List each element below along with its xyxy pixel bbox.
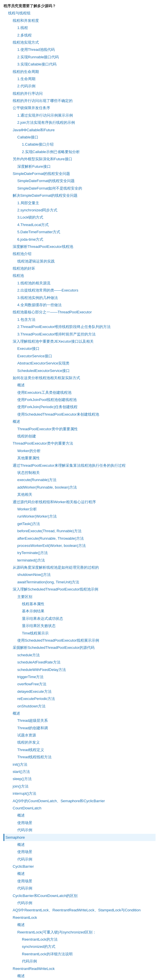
toc-item-5[interactable]: 线程池实现方式 (3, 39, 156, 46)
toc-item-21[interactable]: 另外内外模型实际演化和Future接口 (3, 155, 156, 162)
toc-item-127[interactable]: ReentrantLock(可重入锁)与synchronized区别： (3, 929, 156, 936)
toc-item-109[interactable]: AQS中的CountDownLatch、Semaphore和CyclicBarr… (3, 797, 156, 805)
toc-item-94[interactable]: delayedExecute方法 (3, 688, 156, 695)
toc-item-35[interactable]: 线程池逻辑运算的实践 (3, 258, 156, 265)
toc-item-80[interactable]: 深入理解ScheduledThreadPoolExecutor线程池示例 (3, 585, 156, 593)
toc-item-115[interactable]: 概述 (3, 841, 156, 848)
toc-item-121[interactable]: 代码示例 (3, 885, 156, 892)
toc-item-13[interactable]: 线程的并行访问出现了哪些不确定的 (3, 97, 156, 104)
toc-item-41[interactable]: 4.全局数据缓存的一些做法 (3, 301, 156, 309)
toc-item-33[interactable]: 深度解析ThreadPoolExecutor线程池 (3, 243, 156, 250)
toc-item-67[interactable]: 其他相关 (3, 491, 156, 498)
toc-item-42[interactable]: 线程池最核心部分之一——ThreadPoolExecutor (3, 309, 156, 316)
toc-item-43[interactable]: 1.包含方法 (3, 316, 156, 323)
toc-item-90[interactable]: scheduleAtFixedRate方法 (3, 659, 156, 666)
toc-item-3[interactable]: 1.线程 (3, 24, 156, 31)
toc-item-110[interactable]: CountDownLatch (3, 805, 156, 812)
toc-item-32[interactable]: 6.joda-time方式 (3, 236, 156, 243)
toc-item-108[interactable]: interrupt()方法 (3, 790, 156, 797)
toc-item-31[interactable]: 5.DateTimeFormatter方式 (3, 228, 156, 235)
toc-item-104[interactable]: init()方法 (3, 761, 156, 768)
toc-item-28[interactable]: 2.synchronized同步方式 (3, 207, 156, 214)
toc-item-65[interactable]: execute(Runnable)方法 (3, 476, 156, 484)
toc-item-12[interactable]: 线程的并行序访问 (3, 90, 156, 97)
toc-item-105[interactable]: start()方法 (3, 768, 156, 775)
toc-item-63[interactable]: 通过ThreadPoolExecutor来理解采集算法线程池执行任务的执行过程 (3, 462, 156, 469)
toc-item-2[interactable]: 线程和并发程度 (3, 17, 156, 24)
toc-item-58[interactable]: ThreadPoolExecutor类中的重要属性 (3, 425, 156, 433)
toc-item-88[interactable]: 采掘解析ScheduledThreadPoolExecutor的源代码 (3, 644, 156, 651)
toc-item-100[interactable]: 试题水资源 (3, 732, 156, 739)
toc-item-112[interactable]: 使用场景 (3, 819, 156, 826)
toc-item-86[interactable]: Time线程展示示 (3, 630, 156, 637)
toc-item-60[interactable]: ThreadPoolExecutor类中的重要方法 (3, 440, 156, 447)
toc-item-81[interactable]: 主要区别 (3, 593, 156, 600)
toc-item-11[interactable]: 2.代码示例 (3, 83, 156, 90)
toc-item-92[interactable]: triggerTime方法 (3, 673, 156, 681)
toc-item-40[interactable]: 3.线程池实例的几种做法 (3, 294, 156, 301)
toc-item-96[interactable]: onShutdown方法 (3, 703, 156, 710)
toc-item-113[interactable]: 代码示例 (3, 826, 156, 834)
toc-item-131[interactable]: 代码示例 (3, 958, 156, 965)
toc-item-14[interactable]: 公平锁保障并发任务序 (3, 104, 156, 111)
toc-item-103[interactable]: Thread线程线程方法 (3, 753, 156, 760)
toc-item-47[interactable]: Executor接口 (3, 345, 156, 352)
toc-item-70[interactable]: runWorker(Worker)方法 (3, 513, 156, 520)
toc-item-48[interactable]: ExecutorService接口 (3, 352, 156, 360)
toc-item-117[interactable]: 代码示例 (3, 856, 156, 863)
toc-item-49[interactable]: AbstractExecutorService实现类 (3, 360, 156, 367)
toc-item-7[interactable]: 2.实现Runnable接口代码 (3, 53, 156, 60)
toc-item-101[interactable]: 线程的并发义 (3, 739, 156, 746)
toc-item-111[interactable]: 概述 (3, 812, 156, 819)
toc-item-29[interactable]: 3.Lock锁的方式 (3, 214, 156, 221)
toc-item-123[interactable]: 代码示例 (3, 899, 156, 907)
toc-item-45[interactable]: 3.ThreadPoolExecutor维持时前所产监控的方法 (3, 331, 156, 338)
toc-item-50[interactable]: ScheduledExecutorService接口 (3, 367, 156, 374)
toc-item-71[interactable]: getTask()方法 (3, 520, 156, 527)
toc-item-97[interactable]: 概述 (3, 710, 156, 717)
toc-item-62[interactable]: 其他重要属性 (3, 454, 156, 461)
toc-item-46[interactable]: 深入理解线程池中重要类JEXecutor接口以及相关 (3, 338, 156, 345)
toc-item-91[interactable]: scheduleWithFixedDelay方法 (3, 666, 156, 673)
toc-item-119[interactable]: 概述 (3, 870, 156, 877)
toc-item-120[interactable]: 使用场景 (3, 877, 156, 885)
toc-item-77[interactable]: 从源码角度深度解析线程池是如何处理完善的过程的 (3, 564, 156, 571)
toc-item-54[interactable]: 使用ForkJoinPool线程池创建线程池 (3, 396, 156, 403)
toc-item-59[interactable]: 线程的创建 (3, 433, 156, 440)
toc-item-124[interactable]: AQS中ReentrantLock、ReentrantReadWriteLock… (3, 907, 156, 914)
toc-item-87[interactable]: 使用ScheduledThreadPoolExecutor线程展示示例 (3, 637, 156, 644)
toc-item-0[interactable]: 程序员究竟需要了解多少源码？ (3, 2, 156, 10)
toc-item-37[interactable]: 线程池 (3, 272, 156, 279)
toc-item-122[interactable]: CyclicBarrier和CountDownLatch的区别 (3, 892, 156, 899)
toc-item-16[interactable]: 2.join方法实现有序执行线程的示例 (3, 119, 156, 126)
toc-item-4[interactable]: 2.多线程 (3, 32, 156, 39)
toc-item-18[interactable]: Callable接口 (3, 134, 156, 141)
toc-item-85[interactable]: 显示结果区失败状态 (3, 622, 156, 629)
toc-item-1[interactable]: 线程与线程组 (3, 10, 156, 17)
toc-item-95[interactable]: reExecutePeriodic方法 (3, 695, 156, 702)
toc-item-52[interactable]: 概述 (3, 382, 156, 388)
toc-item-10[interactable]: 1.生命周期 (3, 75, 156, 83)
toc-item-133[interactable]: 概述 (3, 972, 156, 979)
toc-item-75[interactable]: tryTerminate()方法 (3, 549, 156, 556)
toc-item-56[interactable]: 使用ScheduledThreadPoolExecutor来创建线程池 (3, 411, 156, 418)
toc-item-34[interactable]: 线程池介绍 (3, 250, 156, 257)
toc-item-73[interactable]: afterExecute(Runnable, Throwable)方法 (3, 535, 156, 542)
toc-item-26[interactable]: 解决SimpleDateFormat的线程安全问题 (3, 192, 156, 199)
toc-item-39[interactable]: 2.出提线程池常用的类——Executors (3, 286, 156, 294)
toc-item-30[interactable]: 4.ThreadLocal方式 (3, 221, 156, 228)
toc-item-19[interactable]: 1.Callable接口介绍 (3, 141, 156, 148)
toc-item-79[interactable]: awaitTermination(long, TimeUnit)方法 (3, 579, 156, 585)
toc-item-25[interactable]: SimpleDateFormat如何不是线程安全的 (3, 185, 156, 192)
toc-item-125[interactable]: ReentrantLock (3, 914, 156, 921)
toc-item-107[interactable]: join()方法 (3, 783, 156, 790)
toc-item-116[interactable]: 使用场景 (3, 848, 156, 855)
toc-item-98[interactable]: Thread超级层关系 (3, 717, 156, 724)
toc-item-132[interactable]: ReentrantReadWriteLock (3, 965, 156, 972)
toc-item-130[interactable]: ReentrantLock的详细方法说明 (3, 950, 156, 958)
toc-item-68[interactable]: 通过源代码分析线程组和Worker相关核心运行程序 (3, 498, 156, 506)
toc-item-82[interactable]: 线程基本属性 (3, 600, 156, 608)
toc-item-99[interactable]: Thread的创建和调 (3, 724, 156, 732)
toc-item-126[interactable]: 概述 (3, 921, 156, 928)
toc-item-22[interactable]: 深度解析Future接口 (3, 163, 156, 170)
